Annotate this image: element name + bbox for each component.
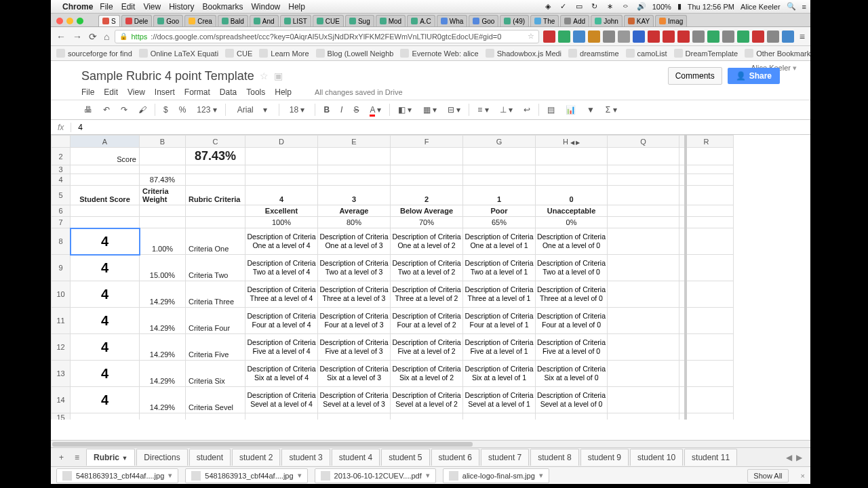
browser-tab[interactable]: Add xyxy=(560,15,589,26)
download-item[interactable]: 2013-06-10-12CUEV....pdf▾ xyxy=(315,468,436,483)
link-button[interactable]: ▤ xyxy=(545,104,557,116)
extension-icon[interactable] xyxy=(648,30,660,43)
student-score-cell[interactable]: 4 xyxy=(71,387,140,413)
extension-icon[interactable] xyxy=(677,30,690,43)
horizontal-scrollbar[interactable] xyxy=(51,440,810,447)
browser-tab[interactable]: John xyxy=(591,15,623,26)
student-score-cell[interactable]: 4 xyxy=(71,361,140,387)
reload-button[interactable]: ⟳ xyxy=(87,31,98,42)
extension-icon[interactable] xyxy=(722,30,734,43)
italic-button[interactable]: I xyxy=(338,104,345,116)
browser-tab[interactable]: Dele xyxy=(121,15,153,26)
mac-menu-help[interactable]: Help xyxy=(288,2,305,12)
student-score-cell[interactable]: 4 xyxy=(71,334,140,361)
extension-icon[interactable] xyxy=(752,30,764,43)
browser-tab[interactable]: KAY xyxy=(624,15,654,26)
menu-help[interactable]: Help xyxy=(275,87,292,97)
zoom-icon[interactable] xyxy=(77,18,83,24)
browser-tab[interactable]: The xyxy=(530,15,559,26)
show-all-downloads[interactable]: Show All xyxy=(747,469,788,483)
extension-icon[interactable] xyxy=(588,30,600,43)
bookmark-item[interactable]: Other Bookmarks xyxy=(745,49,810,58)
number-format-button[interactable]: 123 ▾ xyxy=(194,104,219,116)
menu-insert[interactable]: Insert xyxy=(155,87,175,97)
browser-tab[interactable]: And xyxy=(250,15,279,26)
col-header-R[interactable]: R xyxy=(679,136,734,148)
font-size-select[interactable]: 18 ▾ xyxy=(285,103,310,117)
currency-button[interactable]: $ xyxy=(161,104,171,116)
mac-menu-view[interactable]: View xyxy=(143,2,161,12)
volume-icon[interactable]: 🔊 xyxy=(637,2,646,11)
close-downloads-icon[interactable]: × xyxy=(801,472,805,480)
mac-menu-bookmarks[interactable]: Bookmarks xyxy=(203,2,243,12)
doc-title[interactable]: Sample Rubric 4 point Template xyxy=(81,69,254,83)
student-score-cell[interactable]: 4 xyxy=(71,228,140,255)
sheet-tab[interactable]: student 11 xyxy=(684,449,737,466)
extension-icon[interactable] xyxy=(663,30,675,43)
bluetooth-icon[interactable]: ∗ xyxy=(606,2,615,11)
paintformat-icon[interactable]: 🖌 xyxy=(136,104,149,116)
borders-button[interactable]: ▦ ▾ xyxy=(420,104,439,116)
wrap-button[interactable]: ↩ xyxy=(521,104,533,116)
mac-menu-history[interactable]: History xyxy=(169,2,194,12)
browser-tab[interactable]: Goo xyxy=(469,15,498,26)
student-score-cell[interactable]: 4 xyxy=(71,308,140,334)
browser-tab[interactable]: Mod xyxy=(376,15,406,26)
sheet-tab[interactable]: student 6 xyxy=(431,449,479,466)
menu-edit[interactable]: Edit xyxy=(104,87,118,97)
fill-color-button[interactable]: ◧ ▾ xyxy=(395,104,414,116)
extension-icon[interactable] xyxy=(543,30,555,43)
browser-tab[interactable]: CUE xyxy=(313,15,344,26)
extension-icon[interactable] xyxy=(573,30,585,43)
star-icon[interactable]: ☆ xyxy=(528,32,534,41)
col-header-E[interactable]: E xyxy=(318,136,391,148)
display-icon[interactable]: ▭ xyxy=(574,2,584,11)
extension-icon[interactable] xyxy=(603,30,615,43)
spreadsheet-grid[interactable]: ABCDEFGH ◀ ▶QR2Score87.43%3487.43%5Stude… xyxy=(51,135,810,420)
strike-button[interactable]: S xyxy=(351,104,361,116)
col-header-B[interactable]: B xyxy=(140,136,186,148)
browser-tab[interactable]: A.C xyxy=(407,15,435,26)
bookmark-item[interactable]: camoList xyxy=(626,49,667,58)
sheet-tab[interactable]: student 10 xyxy=(630,449,683,466)
url-field[interactable]: 🔒 https://docs.google.com/spreadsheet/cc… xyxy=(115,30,538,43)
percent-button[interactable]: % xyxy=(176,104,189,116)
filter-button[interactable]: ▼ xyxy=(584,104,597,116)
valign-button[interactable]: ⊥ ▾ xyxy=(497,104,515,116)
menu-format[interactable]: Format xyxy=(184,87,210,97)
browser-tab[interactable]: (49) xyxy=(500,15,529,26)
student-score-cell[interactable]: 4 xyxy=(71,281,140,308)
battery-icon[interactable]: ▮ xyxy=(677,2,682,11)
bookmark-item[interactable]: CUE xyxy=(225,49,252,58)
download-item[interactable]: 5481863913_cbf44af....jpg▾ xyxy=(185,468,307,483)
app-name[interactable]: Chrome xyxy=(62,2,93,12)
print-icon[interactable]: 🖶 xyxy=(81,104,95,116)
undo-icon[interactable]: ↶ xyxy=(100,104,113,116)
scroll-tabs-right[interactable]: ▶ xyxy=(796,453,802,462)
col-header-C[interactable]: C xyxy=(186,136,245,148)
text-color-button[interactable]: A ▾ xyxy=(367,104,384,116)
student-score-cell[interactable]: 4 xyxy=(71,255,140,281)
extension-icon[interactable] xyxy=(558,30,570,43)
bold-button[interactable]: B xyxy=(321,104,332,116)
add-sheet-button[interactable]: + xyxy=(55,451,68,464)
extension-icon[interactable] xyxy=(633,30,645,43)
sheet-tab[interactable]: student 7 xyxy=(481,449,529,466)
bookmark-item[interactable]: Evernote Web: alice xyxy=(400,49,478,58)
home-button[interactable]: ⌂ xyxy=(102,31,111,42)
sheet-tab[interactable]: student 8 xyxy=(530,449,578,466)
menu-view[interactable]: View xyxy=(127,87,145,97)
bookmark-item[interactable]: Learn More xyxy=(259,49,309,58)
col-header-G[interactable]: G xyxy=(463,136,536,148)
bookmark-item[interactable]: Online LaTeX Equati xyxy=(139,49,218,58)
doc-star-icon[interactable]: ☆ xyxy=(260,70,269,81)
back-button[interactable]: ← xyxy=(55,31,67,42)
spotlight-icon[interactable]: 🔍 xyxy=(787,2,796,11)
extension-icon[interactable] xyxy=(767,30,779,43)
chrome-menu-icon[interactable]: ≡ xyxy=(798,31,806,42)
browser-tab[interactable]: LIST xyxy=(280,15,311,26)
merge-button[interactable]: ⊟ ▾ xyxy=(445,104,463,116)
notifications-icon[interactable]: ≡ xyxy=(802,3,806,11)
scroll-tabs-left[interactable]: ◀ xyxy=(786,453,792,462)
close-icon[interactable] xyxy=(56,18,63,24)
